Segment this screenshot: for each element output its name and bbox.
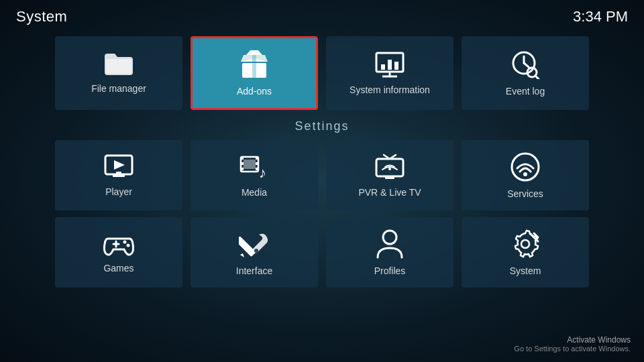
settings-item-player-label: Player	[105, 186, 132, 197]
svg-rect-23	[241, 157, 244, 160]
quick-item-system-information-label: System information	[350, 84, 430, 95]
svg-rect-20	[116, 172, 121, 175]
svg-rect-28	[256, 168, 258, 170]
settings-item-system[interactable]: System	[462, 217, 589, 288]
settings-item-system-label: System	[510, 265, 541, 276]
quick-item-add-ons-label: Add-ons	[237, 86, 272, 97]
wrench-pencil-icon	[239, 229, 270, 259]
settings-item-services-label: Services	[507, 188, 543, 199]
top-bar: System 3:34 PM	[0, 0, 644, 34]
svg-line-16	[535, 76, 539, 79]
settings-section-title: Settings	[0, 119, 644, 133]
svg-rect-25	[241, 168, 244, 170]
settings-item-interface-label: Interface	[236, 265, 272, 276]
settings-item-games[interactable]: Games	[55, 217, 182, 288]
quick-item-add-ons[interactable]: Add-ons	[191, 36, 318, 110]
person-icon	[376, 229, 403, 259]
wifi-circle-icon	[511, 152, 540, 182]
quick-item-file-manager[interactable]: File manager	[55, 36, 182, 110]
quick-row: File manager Add-ons	[0, 36, 644, 110]
svg-text:♪: ♪	[259, 164, 266, 180]
quick-item-system-information[interactable]: System information	[326, 36, 453, 110]
watermark-subtitle: Go to Settings to activate Windows.	[514, 345, 631, 353]
svg-point-39	[123, 240, 127, 243]
svg-rect-22	[244, 160, 256, 169]
watermark-title: Activate Windows	[514, 335, 631, 345]
svg-point-34	[388, 168, 391, 170]
settings-item-media[interactable]: ♪ Media	[191, 140, 318, 210]
gear-wrench-icon	[510, 229, 541, 259]
settings-item-media-label: Media	[241, 187, 267, 198]
monitor-play-icon	[103, 154, 134, 180]
box-icon	[238, 50, 270, 79]
settings-row-2: Games Interface Profiles	[0, 217, 644, 288]
settings-item-games-label: Games	[103, 263, 133, 274]
svg-point-44	[383, 231, 396, 244]
svg-rect-24	[241, 162, 244, 165]
quick-item-file-manager-label: File manager	[91, 83, 146, 94]
svg-rect-11	[394, 62, 398, 70]
watermark: Activate Windows Go to Settings to activ…	[514, 335, 631, 353]
svg-rect-26	[256, 157, 258, 160]
svg-rect-33	[385, 176, 394, 179]
folder-icon	[103, 52, 134, 76]
settings-item-interface[interactable]: Interface	[191, 217, 318, 288]
settings-item-profiles[interactable]: Profiles	[326, 217, 453, 288]
svg-point-36	[523, 172, 527, 176]
svg-line-14	[524, 63, 529, 67]
app-title: System	[16, 8, 67, 25]
svg-marker-42	[240, 253, 244, 257]
presentation-icon	[374, 51, 405, 78]
media-icon: ♪	[239, 154, 270, 180]
svg-point-40	[127, 243, 130, 247]
tv-icon	[374, 154, 405, 180]
svg-point-45	[521, 240, 529, 248]
svg-rect-27	[256, 162, 258, 165]
settings-item-profiles-label: Profiles	[374, 265, 406, 276]
settings-row-1: Player ♪ Media	[0, 140, 644, 210]
settings-item-player[interactable]: Player	[55, 140, 182, 210]
svg-point-43	[254, 249, 258, 253]
settings-item-pvr-live-tv-label: PVR & Live TV	[358, 187, 421, 198]
quick-item-event-log-label: Event log	[506, 86, 545, 97]
svg-marker-4	[246, 50, 262, 55]
svg-rect-9	[381, 64, 385, 70]
clock-search-icon	[511, 50, 540, 79]
settings-item-services[interactable]: Services	[462, 140, 589, 210]
clock: 3:34 PM	[573, 8, 628, 25]
svg-rect-10	[388, 60, 392, 70]
svg-marker-18	[114, 160, 125, 170]
svg-rect-5	[252, 55, 256, 78]
gamepad-icon	[103, 232, 135, 256]
svg-rect-41	[239, 235, 256, 256]
quick-item-event-log[interactable]: Event log	[462, 36, 589, 110]
settings-item-pvr-live-tv[interactable]: PVR & Live TV	[326, 140, 453, 210]
